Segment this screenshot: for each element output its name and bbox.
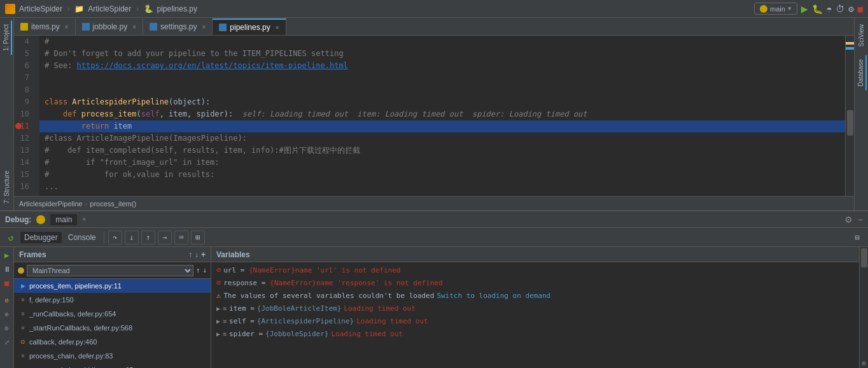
stop-debug-button[interactable]: ■ [1,278,13,289]
frame-icon-4: ⊙ [19,338,27,346]
var-loading-spider: Loading timed out [331,330,403,338]
var-type-self: {ArticlespiderPipeline} [257,317,354,325]
thread-select[interactable]: MainThread [27,265,193,276]
code-editor: 4 5 6 7 8 9 10 11 12 13 14 15 16 # [14,36,854,196]
gutter-marker-blue [846,47,854,50]
debug-gear-icon[interactable]: ⚙ [844,215,853,225]
var-item-warning: ⚠ The values of several variables couldn… [211,289,859,302]
variables-header-label: Variables [216,250,250,259]
frames-down-btn[interactable]: ↓ [195,250,199,259]
step-into-button[interactable]: ↓ [125,230,139,244]
frame-item-2[interactable]: ≡ _runCallbacks, defer.py:654 [14,307,211,321]
thread-dot [18,267,24,274]
tab-pipelines-py[interactable]: pipelines.py × [213,18,286,35]
code-line-4: # [39,36,845,48]
profile-button[interactable]: ⏱ [836,4,844,14]
frame-item-3[interactable]: ≡ _startRunCallbacks, defer.py:568 [14,321,211,335]
tab-console[interactable]: Console [64,232,100,243]
mute-breakpoints-button[interactable]: ⊗ [1,308,13,320]
breadcrumb-sep2: › [135,4,139,13]
tab-close-items[interactable]: × [65,24,69,31]
right-gutter [845,36,854,196]
step-over-button[interactable]: ↷ [108,230,122,244]
frame-icon-3: ≡ [19,324,27,332]
tab-label-jobbole: jobbole.py [93,22,128,31]
tab-label-items: items.py [31,22,60,31]
frame-item-1[interactable]: ≡ f, defer.py:150 [14,293,211,307]
frames-header-btns: ↑ ↓ + [188,250,206,259]
step-out-button[interactable]: ↑ [141,230,155,244]
frame-label-1: f, defer.py:150 [29,296,74,304]
debug-run-button[interactable]: 🐛 [812,4,823,14]
tab-debugger[interactable]: Debugger [20,232,62,243]
settings-debug-button[interactable]: ⚙ [1,322,13,334]
debug-session-close[interactable]: × [82,216,86,223]
debug-scroll-thumb[interactable] [861,248,867,267]
sidebar-item-structure[interactable]: 7: Structure [2,167,11,208]
code-line-11: return item [39,120,845,132]
frame-item-5[interactable]: ≡ process_chain, defer.py:83 [14,349,211,363]
run-config-selector[interactable]: main ▾ [754,3,797,15]
settings-right-btn[interactable]: ⊟ [850,230,864,244]
switch-to-demand-link[interactable]: Switch to loading on demand [437,292,550,300]
frames-header: Frames ↑ ↓ + [14,247,211,262]
breakpoint-indicator [15,123,22,129]
tab-close-pipelines[interactable]: × [276,24,279,31]
frame-item-4[interactable]: ⊙ callback, defer.py:460 [14,335,211,349]
code-lines: # # Don't forget to add your pipeline to… [39,36,845,196]
thread-selector: MainThread ↑ ↓ [14,262,211,279]
var-item-self: ▶ ≡ self = {ArticlespiderPipeline} Loadi… [211,315,859,327]
code-line-14: # if "front_image_url" in item: [39,157,845,169]
coverage-button[interactable]: ☂ [827,4,832,14]
editor-area: items.py × jobbole.py × settings.py × pi… [14,18,854,210]
code-line-10: def process_item(self, item, spider): se… [39,108,845,120]
var-name-spider: spider = [229,330,263,338]
sidebar-right-database[interactable]: Database [856,55,867,90]
var-expand-icon-item[interactable]: ▶ [216,305,220,312]
var-lines-icon-self: ≡ [223,318,227,325]
tab-icon-items [20,23,28,31]
debug-minimize-icon[interactable]: − [858,215,863,225]
run-config-label: main [770,5,785,13]
restore-layout-button[interactable]: ⤢ [1,336,13,348]
debug-rerun-button[interactable]: ↺ [4,230,18,244]
frame-item-6[interactable]: ▼ process_chain, middleware.py:65 [14,363,211,368]
var-error-icon-response: ⊘ [216,278,221,287]
tab-close-settings[interactable]: × [202,24,206,31]
frame-label-2: _runCallbacks, defer.py:654 [29,310,116,318]
view-breakpoints-button[interactable]: ⊘ [1,294,13,306]
debug-copy-icon[interactable]: ⊞ [861,360,867,367]
variables-panel: Variables ⊘ url = {NameError}name 'url' … [211,247,859,368]
sidebar-right-sciview[interactable]: SciView [857,20,866,50]
var-lines-icon-spider: ≡ [223,330,227,337]
run-to-cursor-button[interactable]: → [158,230,172,244]
tab-items-py[interactable]: items.py × [14,18,76,35]
breadcrumb-sep1: › [66,4,71,13]
tab-icon-jobbole [82,23,90,31]
thread-down-btn[interactable]: ↓ [202,266,207,274]
frames-up-btn[interactable]: ↑ [188,250,192,259]
tab-label-settings: settings.py [160,22,197,31]
thread-up-btn[interactable]: ↑ [196,266,200,274]
run-button[interactable]: ▶ [801,2,808,15]
stop-button[interactable]: ■ [858,4,863,14]
scroll-thumb[interactable] [847,110,853,136]
frames-table-button[interactable]: ⊞ [191,230,205,244]
var-text-url: url = {NameError}name 'url' is not defin… [223,266,400,274]
resume-button[interactable]: ▶ [1,250,13,261]
tab-close-jobbole[interactable]: × [132,24,136,31]
frame-item-0[interactable]: ▶ process_item, pipelines.py:11 [14,279,211,293]
build-button[interactable]: ⚙ [848,4,853,14]
app-icon [5,4,15,14]
var-expand-icon-spider[interactable]: ▶ [216,330,220,337]
evaluate-button[interactable]: ⌨ [174,230,188,244]
pause-button[interactable]: ⏸ [1,264,13,275]
frames-add-btn[interactable]: + [201,250,206,259]
tab-jobbole-py[interactable]: jobbole.py × [76,18,144,35]
tab-settings-py[interactable]: settings.py × [143,18,213,35]
debug-session-tab[interactable]: main [50,214,77,225]
frames-list: ▶ process_item, pipelines.py:11 ≡ f, def… [14,279,211,368]
var-expand-icon-self[interactable]: ▶ [216,318,220,325]
variables-list: ⊘ url = {NameError}name 'url' is not def… [211,262,859,368]
sidebar-item-project[interactable]: 1: Project [1,20,12,55]
